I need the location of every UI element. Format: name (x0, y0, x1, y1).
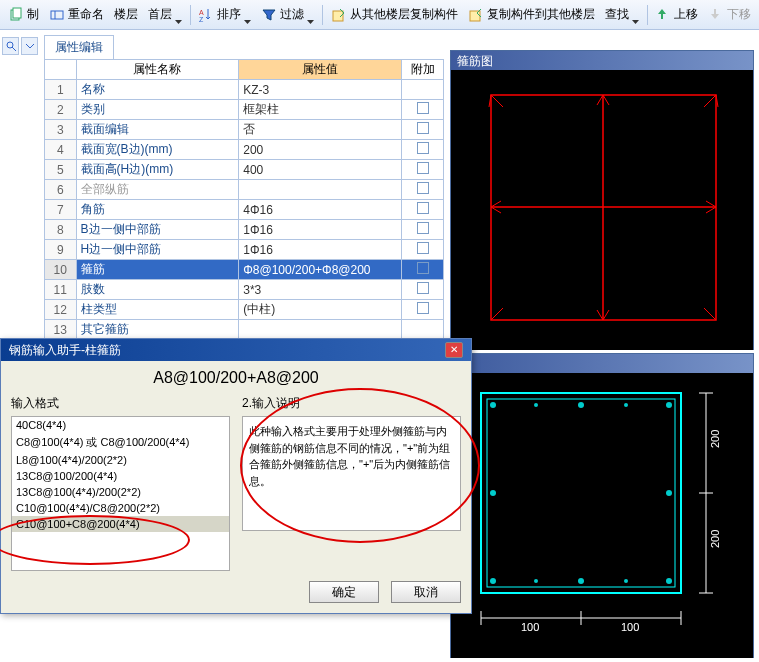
prop-name: B边一侧中部筋 (76, 220, 239, 240)
ok-button[interactable]: 确定 (309, 581, 379, 603)
property-row[interactable]: 11肢数3*3 (45, 280, 444, 300)
prop-add[interactable] (402, 160, 444, 180)
stirrup-diagram-title: 箍筋图 (451, 51, 753, 70)
floor-select[interactable]: 首层 (144, 4, 186, 25)
property-row[interactable]: 4截面宽(B边)(mm)200 (45, 140, 444, 160)
properties-tab[interactable]: 属性编辑 (44, 35, 114, 59)
filter-icon (261, 7, 277, 23)
property-row[interactable]: 1名称KZ-3 (45, 80, 444, 100)
svg-rect-7 (470, 11, 480, 21)
header-value: 属性值 (239, 60, 402, 80)
prop-value[interactable] (239, 180, 402, 200)
svg-rect-13 (481, 393, 681, 593)
svg-point-24 (624, 403, 628, 407)
row-number: 9 (45, 240, 77, 260)
prop-add[interactable] (402, 260, 444, 280)
up-arrow-icon (655, 7, 671, 23)
row-number: 8 (45, 220, 77, 240)
prop-value[interactable] (239, 320, 402, 340)
prop-value[interactable]: 框架柱 (239, 100, 402, 120)
description-text: 此种输入格式主要用于处理外侧箍筋与内侧箍筋的钢筋信息不同的情况，"+"前为组合箍… (242, 416, 461, 531)
property-row[interactable]: 5截面高(H边)(mm)400 (45, 160, 444, 180)
down-arrow-icon (708, 7, 724, 23)
prop-name: 肢数 (76, 280, 239, 300)
format-heading: 输入格式 (11, 395, 230, 412)
dim-h1: 200 (709, 430, 721, 448)
property-row[interactable]: 7角筋4Φ16 (45, 200, 444, 220)
svg-rect-14 (487, 399, 675, 587)
main-toolbar: 制 重命名 楼层 首层 AZ排序 过滤 从其他楼层复制构件 复制构件到其他楼层 … (0, 0, 759, 30)
dialog-titlebar[interactable]: 钢筋输入助手-柱箍筋 ✕ (1, 339, 471, 361)
prop-add[interactable] (402, 180, 444, 200)
format-option[interactable]: L8@100(4*4)/200(2*2) (12, 452, 229, 468)
prop-value[interactable]: 4Φ16 (239, 200, 402, 220)
row-number: 4 (45, 140, 77, 160)
row-number: 7 (45, 200, 77, 220)
property-row[interactable]: 12柱类型(中柱) (45, 300, 444, 320)
sort-button[interactable]: AZ排序 (194, 4, 255, 25)
prop-value[interactable]: 3*3 (239, 280, 402, 300)
prop-name: 截面高(H边)(mm) (76, 160, 239, 180)
prop-add[interactable] (402, 100, 444, 120)
property-row[interactable]: 9H边一侧中部筋1Φ16 (45, 240, 444, 260)
prop-value[interactable]: 200 (239, 140, 402, 160)
copy-icon (8, 7, 24, 23)
format-option[interactable]: C8@100(4*4) 或 C8@100/200(4*4) (12, 433, 229, 452)
section-diagram-title: 图 (451, 354, 753, 373)
prop-add[interactable] (402, 280, 444, 300)
prop-add[interactable] (402, 320, 444, 340)
prop-name: 名称 (76, 80, 239, 100)
header-name: 属性名称 (76, 60, 239, 80)
mini-expand-button[interactable] (21, 37, 38, 55)
copy-button[interactable]: 制 (4, 4, 43, 25)
prop-name: 柱类型 (76, 300, 239, 320)
property-row[interactable]: 10箍筋Φ8@100/200+Φ8@200 (45, 260, 444, 280)
rename-button[interactable]: 重命名 (45, 4, 108, 25)
close-button[interactable]: ✕ (445, 342, 463, 358)
prop-value[interactable]: 否 (239, 120, 402, 140)
prop-add[interactable] (402, 220, 444, 240)
prop-add[interactable] (402, 140, 444, 160)
prop-add[interactable] (402, 200, 444, 220)
cancel-button[interactable]: 取消 (391, 581, 461, 603)
property-row[interactable]: 3截面编辑否 (45, 120, 444, 140)
prop-value[interactable]: 400 (239, 160, 402, 180)
move-down-button[interactable]: 下移 (704, 4, 755, 25)
prop-name: 类别 (76, 100, 239, 120)
prop-value[interactable]: 1Φ16 (239, 240, 402, 260)
format-option[interactable]: C10@100+C8@200(4*4) (12, 516, 229, 532)
prop-value[interactable]: KZ-3 (239, 80, 402, 100)
svg-point-19 (666, 490, 672, 496)
format-option[interactable]: 13C8@100(4*4)/200(2*2) (12, 484, 229, 500)
move-up-button[interactable]: 上移 (651, 4, 702, 25)
dim-w1: 100 (521, 621, 539, 633)
format-option[interactable]: 40C8(4*4) (12, 417, 229, 433)
property-row[interactable]: 13其它箍筋 (45, 320, 444, 340)
import-icon (331, 7, 347, 23)
format-list[interactable]: 40C8(4*4)C8@100(4*4) 或 C8@100/200(4*4)L8… (11, 416, 230, 571)
prop-add[interactable] (402, 80, 444, 100)
section-diagram-panel: 图 100 100 (450, 353, 754, 658)
svg-point-15 (490, 402, 496, 408)
prop-value[interactable]: Φ8@100/200+Φ8@200 (239, 260, 402, 280)
property-row[interactable]: 8B边一侧中部筋1Φ16 (45, 220, 444, 240)
prop-value[interactable]: 1Φ16 (239, 220, 402, 240)
row-number: 5 (45, 160, 77, 180)
prop-add[interactable] (402, 300, 444, 320)
copy-from-button[interactable]: 从其他楼层复制构件 (327, 4, 462, 25)
dim-w2: 100 (621, 621, 639, 633)
format-option[interactable]: C10@100(4*4)/C8@200(2*2) (12, 500, 229, 516)
mini-search-button[interactable] (2, 37, 19, 55)
filter-button[interactable]: 过滤 (257, 4, 318, 25)
property-row[interactable]: 2类别框架柱 (45, 100, 444, 120)
row-number: 2 (45, 100, 77, 120)
header-add: 附加 (402, 60, 444, 80)
format-option[interactable]: 13C8@100/200(4*4) (12, 468, 229, 484)
prop-add[interactable] (402, 120, 444, 140)
copy-to-button[interactable]: 复制构件到其他楼层 (464, 4, 599, 25)
prop-name: 全部纵筋 (76, 180, 239, 200)
prop-add[interactable] (402, 240, 444, 260)
property-row[interactable]: 6全部纵筋 (45, 180, 444, 200)
find-button[interactable]: 查找 (601, 4, 643, 25)
prop-value[interactable]: (中柱) (239, 300, 402, 320)
